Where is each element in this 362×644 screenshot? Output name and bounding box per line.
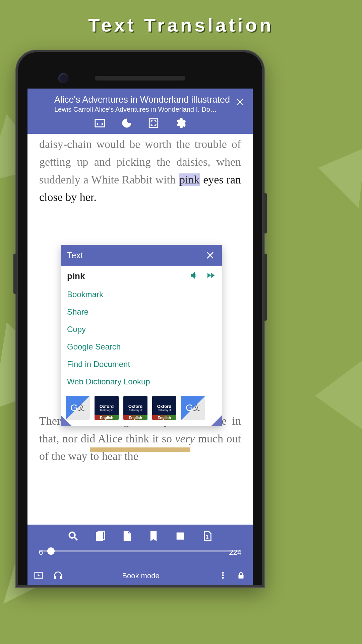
menu-share[interactable]: Share	[61, 303, 222, 321]
fullscreen-button[interactable]	[147, 117, 160, 129]
lock-icon	[237, 570, 245, 580]
autoplay-button[interactable]	[34, 570, 44, 582]
ox-bot: English	[95, 415, 119, 420]
google-translate-button-2[interactable]: G文	[181, 396, 205, 420]
gear-icon	[175, 117, 186, 129]
popup-close-button[interactable]	[204, 250, 216, 261]
book-title: Alice's Adventures in Wonderland illustr…	[54, 95, 231, 105]
play-in-box-icon	[34, 570, 44, 580]
list-icon	[175, 530, 186, 542]
settings-button[interactable]	[174, 117, 187, 129]
library-button[interactable]	[93, 529, 107, 543]
selection-popup: Text pink Bookmark Share	[61, 245, 222, 426]
ox-bot: English	[152, 415, 176, 420]
moon-icon	[121, 117, 132, 129]
oxford-dict-button-3[interactable]: OxfordDictionary of English	[152, 396, 176, 420]
gt-g: G	[70, 403, 78, 413]
popup-title: Text	[67, 250, 83, 261]
device-volume-button	[263, 193, 267, 233]
promo-title: Text Translation	[0, 0, 362, 36]
dictionary-row: G文 OxfordDictionary of English OxfordDic…	[61, 392, 222, 426]
ox-top: Oxford	[157, 404, 172, 409]
bookmark-button[interactable]	[147, 529, 160, 543]
oxford-dict-button[interactable]: OxfordDictionary of English	[95, 396, 119, 420]
svg-rect-6	[149, 119, 158, 127]
close-button[interactable]	[233, 95, 247, 109]
speak-button[interactable]	[190, 270, 200, 282]
speaker-icon	[190, 270, 200, 280]
book-stack-icon	[94, 530, 106, 542]
mode-label[interactable]: Book mode	[63, 572, 219, 580]
svg-marker-2	[318, 148, 362, 208]
lock-button[interactable]	[237, 570, 245, 582]
more-button[interactable]	[219, 570, 227, 582]
audio-button[interactable]	[53, 570, 63, 582]
svg-rect-5	[95, 119, 105, 127]
selected-word[interactable]: pink	[179, 173, 200, 186]
menu-bookmark[interactable]: Bookmark	[61, 286, 222, 303]
page-button[interactable]	[120, 529, 133, 543]
goto-page-button[interactable]: 1	[200, 529, 214, 543]
close-icon	[204, 250, 216, 261]
svg-rect-12	[54, 576, 56, 579]
scroll-mode-icon	[94, 117, 106, 129]
device-camera	[58, 73, 68, 83]
scroll-mode-button[interactable]	[94, 117, 106, 129]
kebab-icon	[219, 570, 227, 580]
menu-find-in-doc[interactable]: Find in Document	[61, 356, 222, 373]
ox-top: Oxford	[128, 404, 143, 409]
close-icon	[234, 96, 246, 108]
menu-copy[interactable]: Copy	[61, 321, 222, 338]
device-side-button	[13, 254, 17, 294]
search-button[interactable]	[66, 529, 80, 543]
device-power-button	[263, 254, 267, 321]
oxford-dict-button-2[interactable]: OxfordDictionary of English	[123, 396, 147, 420]
ox-mid: Dictionary of	[128, 409, 143, 412]
svg-text:1: 1	[206, 534, 208, 539]
svg-marker-3	[315, 356, 362, 429]
gt-cn: 文	[78, 404, 85, 412]
speak-next-button[interactable]	[206, 270, 216, 282]
bookmark-icon	[148, 530, 159, 542]
ox-mid: Dictionary of	[100, 409, 114, 412]
toc-button[interactable]	[174, 529, 187, 543]
svg-rect-17	[238, 575, 243, 579]
text-emph: very	[175, 432, 195, 445]
gt-cn: 文	[193, 404, 200, 412]
ox-mid: Dictionary of	[157, 409, 172, 412]
google-translate-button[interactable]: G文	[66, 396, 90, 420]
device-speaker	[95, 76, 185, 80]
app-screen: hot day made her feel very sleepy and st…	[27, 89, 253, 585]
night-mode-button[interactable]	[120, 117, 133, 129]
page-number-icon: 1	[201, 530, 213, 542]
headphones-icon	[53, 570, 63, 580]
svg-rect-13	[60, 576, 62, 579]
fullscreen-icon	[148, 117, 159, 129]
page-current: 6	[39, 548, 43, 557]
page-slider[interactable]	[39, 550, 241, 552]
svg-point-7	[69, 532, 75, 538]
ox-top: Oxford	[100, 404, 114, 409]
search-icon	[67, 530, 79, 542]
svg-point-16	[222, 577, 224, 579]
page-total: 224	[229, 548, 241, 557]
ox-bot: English	[123, 415, 147, 420]
svg-point-15	[222, 574, 224, 576]
app-topbar: Alice's Adventures in Wonderland illustr…	[27, 89, 253, 134]
app-bottombar: 1 6 224 Book mode	[27, 525, 253, 585]
page-icon	[121, 530, 132, 542]
svg-point-14	[222, 572, 224, 574]
gt-g: G	[186, 403, 193, 413]
popup-selected-word: pink	[67, 271, 85, 281]
popup-menu: Bookmark Share Copy Google Search Find i…	[61, 284, 222, 392]
device-frame: hot day made her feel very sleepy and st…	[16, 50, 264, 587]
fast-forward-icon	[206, 270, 216, 280]
slider-knob[interactable]	[47, 547, 55, 555]
book-subtitle: Lewis Carroll Alice's Adventures in Wond…	[54, 106, 231, 113]
menu-google-search[interactable]: Google Search	[61, 338, 222, 356]
menu-web-dict[interactable]: Web Dictionary Lookup	[61, 373, 222, 390]
